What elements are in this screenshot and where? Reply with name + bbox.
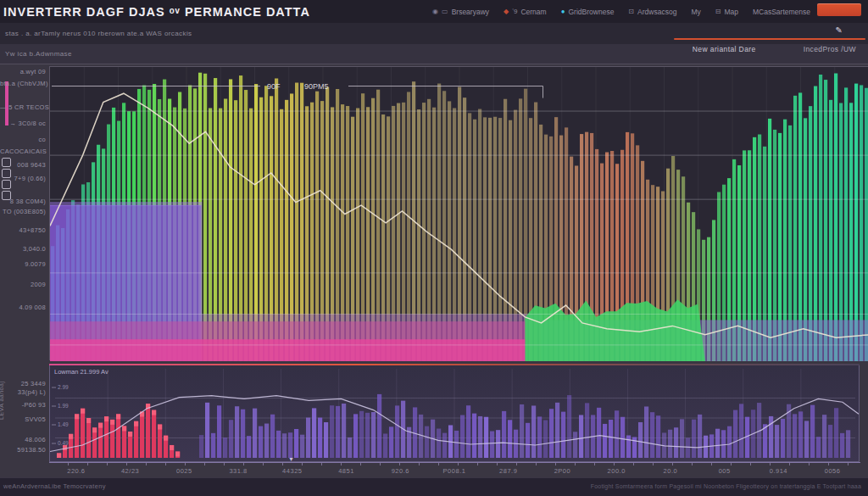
menu-item-label: MCasSartemense (753, 8, 810, 16)
axis-tick-label: CACOCAICAIS (0, 148, 46, 155)
x-axis-tick-label: 220.6 (67, 467, 85, 475)
menu-item-4[interactable]: ⊡Ardwsacsog (628, 8, 676, 16)
axis-tick-label: 43+8750 (0, 226, 46, 234)
bottom-activity-chart: 2.991.991.490.49Lowman 21.999 Av (50, 365, 859, 460)
svg-text:0.49: 0.49 (58, 440, 69, 446)
status-left-text: weAnArdvernaLibe Temocrvateny (3, 482, 106, 490)
window-icon: ⊡ (628, 8, 634, 15)
menu-item-label: Cernam (520, 8, 546, 16)
axis-tick-label: 7+9 (0.66) (0, 175, 46, 182)
svg-text:1.99: 1.99 (58, 403, 69, 409)
marker-icon: ◆ (504, 8, 509, 15)
axis-tick-label: 9.0079 (0, 260, 46, 268)
status-bar: weAnArdvernaLibe Temocrvateny Footight S… (0, 477, 868, 496)
menu-item-5[interactable]: My (691, 8, 700, 16)
menu-item-3[interactable]: ●GridBrownese (561, 8, 615, 16)
tab-incedpros[interactable]: IncedPros /UW (804, 45, 856, 53)
x-axis-tick-label: 287.9 (499, 467, 517, 475)
axis-tick-label: — 5 CR TECOS (0, 103, 46, 111)
x-axis-tick-label: 331.8 (229, 467, 247, 475)
axis-tick-label: -P60 93 (0, 401, 46, 409)
x-axis-tick-label: 44325 (282, 467, 302, 475)
x-axis-tick-label: 005 (719, 467, 731, 475)
dot-icon: ● (561, 8, 565, 15)
x-axis-tick-label: 0.914 (770, 467, 787, 475)
axis-tick-label: 2009 (0, 281, 46, 288)
top-menu: ◉▭Brsearyawy◆ʼ9Cernam●GridBrownese⊡Ardws… (432, 8, 810, 16)
axis-tick-label: SVV05 (0, 415, 46, 423)
active-tab-indicator (674, 38, 865, 40)
menu-item-2[interactable]: ◆ʼ9Cernam (504, 8, 547, 16)
top-bar: INVERTERR DAGF DJAS ᵒᵛ PERMANCE DATTA ◉▭… (0, 0, 868, 24)
x-axis-tick-label: P008.1 (443, 467, 466, 475)
edit-icon[interactable]: ✎ (836, 25, 843, 35)
axis-tick-label: 59138.50 (0, 446, 46, 454)
g-icon: ʼ9 (512, 8, 517, 15)
tab-strip: New ariantal Dare IncedPros /UW (693, 45, 856, 53)
menu-item-label: Map (724, 8, 738, 16)
x-axis-tick-label: 20.0 (664, 467, 678, 475)
menu-item-label: GridBrownese (569, 8, 615, 16)
primary-action-button[interactable] (817, 3, 861, 16)
axis-tick-label: 8 38 C0M4) (0, 198, 46, 205)
chat-icon: ▭ (442, 8, 448, 15)
svg-text:2.99: 2.99 (58, 384, 69, 390)
app-title: INVERTERR DAGF DJAS ᵒᵛ PERMANCE DATTA (3, 5, 310, 19)
menu-item-1[interactable]: ◉▭Brsearyawy (432, 8, 489, 16)
x-axis-tick-label: 920.6 (392, 467, 409, 475)
tab-new-ariantal-dare[interactable]: New ariantal Dare (693, 45, 756, 53)
menu-item-label: Brsearyawy (452, 8, 489, 16)
axis-tick-label: 48.006 (0, 436, 46, 443)
axis-tick-label: 33(p4) L) (0, 388, 46, 396)
menu-item-6[interactable]: ⊟Map (715, 8, 738, 16)
svg-text:1.49: 1.49 (58, 421, 69, 427)
breadcrumb: stas . a. arTamly nerus 010 rberown ate.… (5, 30, 192, 37)
status-right-text: Footight Somtarmeera form Pagesoil mi No… (591, 483, 861, 489)
axis-tick-label: bta.a (ChbVJM) (0, 80, 46, 87)
axis-tick-label: 4.09 008 (0, 304, 46, 311)
menu-item-label: Ardwsacsog (637, 8, 676, 16)
svg-text:90F: 90F (267, 82, 281, 91)
main-chart-panel: 90F90PM5 (49, 66, 868, 360)
x-axis-tick-label: 4851 (338, 467, 354, 475)
x-axis-tick-label: 2P00 (554, 467, 571, 475)
menu-item-label: My (691, 8, 700, 16)
breadcrumb-bar: stas . a. arTamly nerus 010 rberown ate.… (0, 23, 868, 45)
layers-icon: ⊟ (715, 8, 721, 15)
axis-tick-label: 008 9643 (0, 161, 46, 169)
axis-tick-label: TO (003E805) (0, 208, 46, 215)
axis-marker-icon: ▼ (288, 456, 294, 462)
bottom-chart-panel: 2.991.991.490.49Lowman 21.999 Av (49, 365, 860, 462)
main-spectrum-chart: 90F90PM5 (50, 67, 868, 361)
axis-tick-label: co (0, 136, 46, 143)
svg-text:90PM5: 90PM5 (304, 82, 329, 91)
axis-tick-label: 3,040.0 (0, 245, 46, 253)
bottom-chart-legend: Lowman 21.999 Av (54, 368, 108, 376)
menu-item-7[interactable]: MCasSartemense (753, 8, 810, 16)
axis-tick-label: → 3C0/8 oc (0, 120, 46, 127)
x-axis-tick-label: 0025 (176, 467, 192, 475)
x-axis-tick-label: 200.0 (608, 467, 626, 475)
axis-tick-label: a.wyt 09 (0, 68, 46, 75)
dataset-label: Yw ica b.Adwnmase (5, 50, 72, 58)
x-axis-ticks (49, 463, 860, 465)
circle-b-icon: ◉ (432, 8, 438, 15)
app-window: INVERTERR DAGF DJAS ᵒᵛ PERMANCE DATTA ◉▭… (0, 0, 868, 496)
axis-tick-label: 25 3449 (0, 380, 46, 387)
x-axis-tick-label: 42/23 (121, 467, 139, 475)
x-axis-tick-label: 0056 (825, 467, 841, 475)
